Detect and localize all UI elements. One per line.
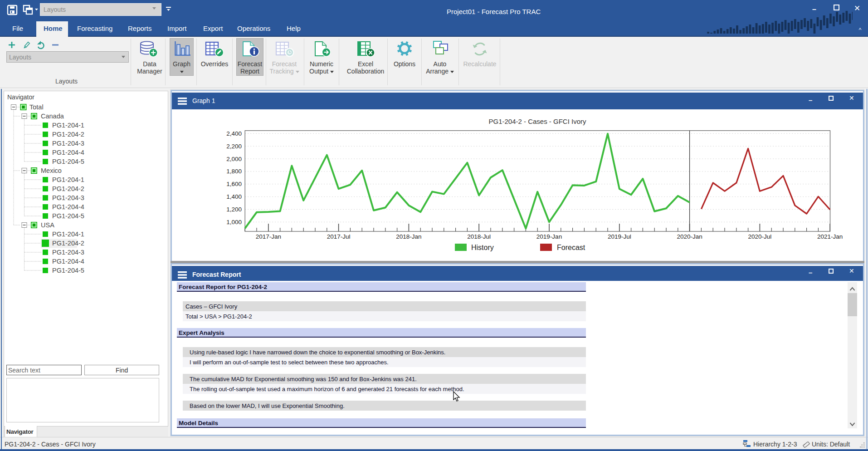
svg-text:PG1-204-4: PG1-204-4	[52, 258, 84, 265]
svg-text:PG1-204-3: PG1-204-3	[52, 249, 84, 256]
svg-text:PG1-204-4: PG1-204-4	[52, 203, 84, 211]
svg-text:1,800: 1,800	[226, 168, 242, 175]
svg-text:PG1-204-2: PG1-204-2	[52, 240, 84, 247]
svg-text:2020-Jan: 2020-Jan	[677, 233, 702, 240]
svg-text:2019-Jul: 2019-Jul	[608, 233, 631, 240]
svg-text:PG1-204-1: PG1-204-1	[52, 176, 84, 183]
svg-text:PG1-204-3: PG1-204-3	[52, 194, 84, 201]
svg-text:2017-Jan: 2017-Jan	[256, 233, 281, 240]
svg-text:2019-Jan: 2019-Jan	[536, 233, 562, 240]
svg-text:PG1-204-2: PG1-204-2	[52, 185, 84, 192]
svg-text:1,000: 1,000	[226, 219, 242, 226]
svg-text:PG1-204-2 - Cases - GFCI Ivory: PG1-204-2 - Cases - GFCI Ivory	[488, 118, 586, 125]
svg-text:1,600: 1,600	[226, 181, 242, 187]
svg-text:2,400: 2,400	[226, 130, 242, 137]
svg-text:2,200: 2,200	[226, 143, 242, 150]
svg-text:Total: Total	[29, 103, 44, 111]
svg-text:PG1-204-4: PG1-204-4	[52, 149, 84, 156]
svg-text:2018-Jul: 2018-Jul	[467, 233, 491, 240]
svg-text:Canada: Canada	[41, 113, 64, 120]
svg-text:2,000: 2,000	[226, 156, 242, 162]
svg-text:2017-Jul: 2017-Jul	[327, 233, 351, 240]
svg-text:2020-Jul: 2020-Jul	[748, 233, 772, 240]
svg-text:2018-Jan: 2018-Jan	[396, 233, 421, 240]
svg-text:1,400: 1,400	[226, 193, 242, 200]
svg-text:PG1-204-5: PG1-204-5	[52, 212, 84, 220]
svg-text:1,200: 1,200	[226, 206, 242, 213]
svg-text:History: History	[471, 244, 494, 251]
svg-text:Mexico: Mexico	[41, 167, 62, 174]
svg-text:PG1-204-1: PG1-204-1	[52, 122, 84, 129]
svg-text:PG1-204-5: PG1-204-5	[52, 267, 84, 274]
svg-text:USA: USA	[41, 221, 54, 229]
svg-text:PG1-204-2: PG1-204-2	[52, 131, 84, 138]
svg-text:PG1-204-5: PG1-204-5	[52, 158, 84, 165]
svg-text:PG1-204-1: PG1-204-1	[52, 230, 84, 238]
svg-text:2021-Jan: 2021-Jan	[817, 233, 843, 240]
svg-text:PG1-204-3: PG1-204-3	[52, 140, 84, 147]
svg-text:Forecast: Forecast	[557, 244, 585, 251]
